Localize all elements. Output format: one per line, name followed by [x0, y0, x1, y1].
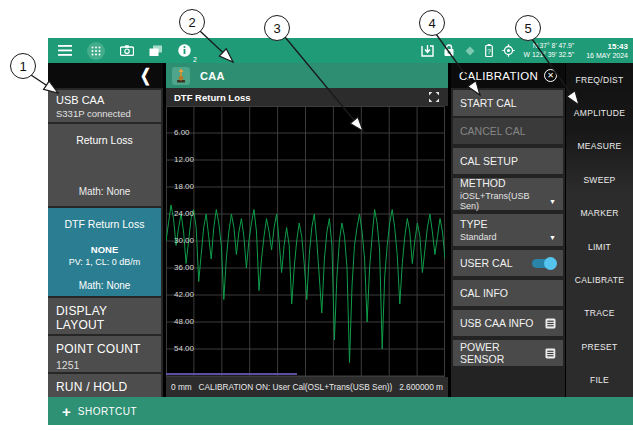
- nav-item-limit[interactable]: LIMIT: [566, 230, 633, 263]
- run-hold-button[interactable]: RUN / HOLD: [48, 374, 161, 397]
- clock: 15:43 16 MAY 2024: [583, 42, 628, 60]
- caa-tab-label: CAA: [200, 70, 225, 82]
- collapse-sidebar-icon[interactable]: ❮: [140, 67, 151, 84]
- y-axis-label: 54.00: [174, 344, 204, 353]
- sweep-progress-bar: [166, 373, 297, 375]
- y-axis-label: 18.00: [174, 182, 204, 191]
- main-menu-nav: FREQ/DISTAMPLITUDEMEASURESWEEPMARKERLIMI…: [566, 63, 633, 397]
- usb-device-status: S331P connected: [56, 108, 161, 119]
- run-hold-label: RUN / HOLD: [56, 380, 153, 394]
- display-layout-button[interactable]: DISPLAY LAYOUT Horizontal Split ▼: [48, 298, 161, 334]
- nav-item-amplitude[interactable]: AMPLITUDE: [566, 96, 633, 129]
- save-screen-icon[interactable]: [421, 42, 434, 60]
- plus-icon: +: [62, 404, 71, 419]
- screenshot-camera-icon[interactable]: [120, 42, 134, 60]
- trace2-detail: PV: 1, CL: 0 dB/m: [48, 257, 161, 267]
- x-end-label: 2.600000 m: [399, 382, 443, 392]
- chart-canvas: [166, 106, 445, 377]
- y-axis-label: 30.00: [174, 236, 204, 245]
- trace2-math: Math: None: [48, 280, 161, 291]
- display-layout-icon[interactable]: [149, 42, 163, 60]
- apps-grid-icon[interactable]: [87, 42, 105, 60]
- sidebar-header: ❮: [48, 63, 163, 88]
- y-axis-label: 42.00: [174, 290, 204, 299]
- nav-item-calibrate[interactable]: CALIBRATE: [566, 263, 633, 296]
- cal-info-button[interactable]: CAL INFO: [453, 280, 563, 306]
- dtf-chart-plot[interactable]: 6.0012.0018.0024.0030.0036.0042.0048.005…: [166, 106, 445, 377]
- user-cal-toggle[interactable]: [532, 259, 556, 268]
- lock-icon[interactable]: [443, 42, 455, 60]
- x-start-label: 0 mm: [171, 382, 192, 392]
- list-icon: [545, 318, 556, 329]
- y-axis-label: 12.00: [174, 155, 204, 164]
- nav-item-sweep[interactable]: SWEEP: [566, 163, 633, 196]
- calibration-panel: CALIBRATION ✕ START CAL CANCEL CAL CAL S…: [451, 63, 565, 397]
- nav-item-freq-dist[interactable]: FREQ/DIST: [566, 63, 633, 96]
- shortcut-label: SHORTCUT: [78, 406, 137, 417]
- point-count-label: POINT COUNT: [56, 342, 153, 356]
- chevron-down-icon: ▼: [549, 198, 556, 205]
- callout-1: 1: [10, 53, 36, 79]
- nav-item-measure[interactable]: MEASURE: [566, 130, 633, 163]
- nav-item-marker[interactable]: MARKER: [566, 197, 633, 230]
- close-icon[interactable]: ✕: [544, 69, 557, 82]
- display-layout-label: DISPLAY LAYOUT: [56, 304, 153, 332]
- nav-item-file[interactable]: FILE: [566, 364, 633, 397]
- start-cal-button[interactable]: START CAL: [453, 90, 563, 116]
- calibration-panel-title: CALIBRATION: [459, 70, 538, 82]
- nav-item-trace[interactable]: TRACE: [566, 297, 633, 330]
- gps-coordinates: N 37° 8' 47.9" W 121° 39' 32.5": [524, 42, 575, 59]
- chevron-down-icon: ▼: [549, 234, 556, 241]
- calibration-panel-header: CALIBRATION ✕: [451, 63, 565, 88]
- trace2-title: DTF Return Loss: [48, 218, 161, 230]
- battery-icon[interactable]: ?: [485, 42, 493, 60]
- y-axis-label: 36.00: [174, 263, 204, 272]
- callout-2: 2: [179, 9, 205, 35]
- list-icon: [545, 348, 556, 359]
- trace-sidebar: ❮ USB CAA S331P connected Return Loss Ma…: [48, 63, 163, 397]
- y-axis-label: 24.00: [174, 209, 204, 218]
- callout-4: 4: [419, 10, 445, 36]
- trace1-return-loss-block[interactable]: Return Loss Math: None: [48, 124, 161, 206]
- user-cal-toggle-row[interactable]: USER CAL: [453, 250, 563, 276]
- menu-icon[interactable]: [58, 42, 72, 60]
- calibration-status-label: CALIBRATION ON: User Cal(OSL+Trans(USB S…: [199, 382, 393, 392]
- cancel-cal-button[interactable]: CANCEL CAL: [453, 118, 563, 144]
- point-count-value: 1251: [56, 359, 79, 371]
- expand-chart-icon[interactable]: [428, 91, 440, 103]
- method-dropdown[interactable]: METHOD iOSL+Trans(USB Sen)▼: [453, 178, 563, 210]
- power-sensor-button[interactable]: POWER SENSOR: [453, 340, 563, 366]
- point-count-button[interactable]: POINT COUNT 1251: [48, 336, 161, 372]
- shortcut-bar[interactable]: + SHORTCUT: [48, 397, 633, 425]
- type-dropdown[interactable]: TYPE Standard▼: [453, 214, 563, 246]
- chart-header: DTF Return Loss: [166, 88, 448, 106]
- manual-figure: 2 ? N 37° 8' 4: [0, 0, 633, 431]
- info-badge: 2: [193, 56, 197, 63]
- trace1-title: Return Loss: [48, 134, 161, 146]
- callout-3: 3: [264, 15, 290, 41]
- info-icon[interactable]: 2: [178, 42, 191, 60]
- nav-item-preset[interactable]: PRESET: [566, 330, 633, 363]
- y-axis-label: 6.00: [174, 128, 204, 137]
- usb-caa-info-button[interactable]: USB CAA INFO: [453, 310, 563, 336]
- usb-device-title: USB CAA: [56, 94, 161, 106]
- chart-status-bar: 0 mm CALIBRATION ON: User Cal(OSL+Trans(…: [166, 377, 448, 397]
- cal-setup-button[interactable]: CAL SETUP: [453, 148, 563, 174]
- chart-title: DTF Return Loss: [174, 92, 251, 103]
- caa-app-icon: [172, 67, 190, 85]
- gps-icon[interactable]: [502, 42, 515, 60]
- trace2-status: NONE: [48, 244, 161, 255]
- trace2-dtf-block[interactable]: DTF Return Loss NONE PV: 1, CL: 0 dB/m M…: [48, 208, 161, 296]
- tag-icon[interactable]: [464, 42, 476, 60]
- top-status-bar: 2 ? N 37° 8' 4: [48, 38, 633, 63]
- trace1-math: Math: None: [48, 186, 161, 197]
- instrument-screen: 2 ? N 37° 8' 4: [48, 38, 633, 425]
- caa-app-tab[interactable]: CAA: [166, 63, 448, 88]
- y-axis-label: 48.00: [174, 317, 204, 326]
- svg-text:?: ?: [487, 48, 491, 55]
- usb-device-block[interactable]: USB CAA S331P connected: [48, 90, 161, 122]
- callout-5: 5: [515, 15, 541, 41]
- measurement-area: CAA DTF Return Loss 6.0012.0018.0024.003…: [166, 63, 448, 397]
